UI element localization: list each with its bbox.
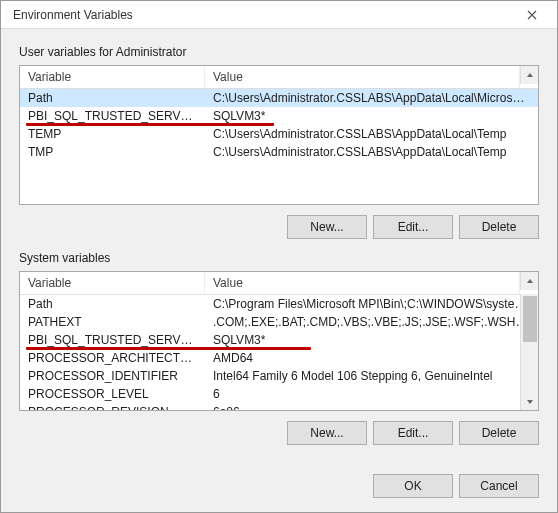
cell-variable: TMP <box>20 144 205 160</box>
system-rows: PathC:\Program Files\Microsoft MPI\Bin\;… <box>20 295 538 410</box>
cell-value: C:\Users\Administrator.CSSLABS\AppData\L… <box>205 90 538 106</box>
cell-value: Intel64 Family 6 Model 106 Stepping 6, G… <box>205 368 538 384</box>
table-row[interactable]: PROCESSOR_ARCHITECTUREAMD64 <box>20 349 538 367</box>
table-row[interactable]: PROCESSOR_REVISION6a06 <box>20 403 538 410</box>
table-row[interactable]: TEMPC:\Users\Administrator.CSSLABS\AppDa… <box>20 125 538 143</box>
cell-value: C:\Program Files\Microsoft MPI\Bin\;C:\W… <box>205 296 538 312</box>
cell-value: .COM;.EXE;.BAT;.CMD;.VBS;.VBE;.JS;.JSE;.… <box>205 314 538 330</box>
annotation-red-line <box>26 347 311 350</box>
cell-value: C:\Users\Administrator.CSSLABS\AppData\L… <box>205 144 538 160</box>
cell-variable: PBI_SQL_TRUSTED_SERVERS <box>20 108 205 124</box>
ok-button[interactable]: OK <box>373 474 453 498</box>
header-variable[interactable]: Variable <box>20 272 205 294</box>
table-row[interactable]: PathC:\Users\Administrator.CSSLABS\AppDa… <box>20 89 538 107</box>
cancel-button[interactable]: Cancel <box>459 474 539 498</box>
scroll-thumb[interactable] <box>523 296 537 342</box>
user-button-row: New... Edit... Delete <box>19 215 539 239</box>
list-header: Variable Value <box>20 272 538 295</box>
scroll-up-icon[interactable] <box>520 272 538 290</box>
cell-value: 6 <box>205 386 538 402</box>
user-new-button[interactable]: New... <box>287 215 367 239</box>
dialog-footer: OK Cancel <box>1 468 557 512</box>
user-section-label: User variables for Administrator <box>19 45 539 59</box>
cell-value: C:\Users\Administrator.CSSLABS\AppData\L… <box>205 126 538 142</box>
user-variables-list[interactable]: Variable Value PathC:\Users\Administrato… <box>19 65 539 205</box>
cell-variable: PROCESSOR_ARCHITECTURE <box>20 350 205 366</box>
window-title: Environment Variables <box>13 8 133 22</box>
annotation-red-line <box>26 123 274 126</box>
table-row[interactable]: PATHEXT.COM;.EXE;.BAT;.CMD;.VBS;.VBE;.JS… <box>20 313 538 331</box>
system-section-label: System variables <box>19 251 539 265</box>
table-row[interactable]: TMPC:\Users\Administrator.CSSLABS\AppDat… <box>20 143 538 161</box>
cell-value: SQLVM3* <box>205 108 538 124</box>
cell-variable: PROCESSOR_IDENTIFIER <box>20 368 205 384</box>
close-button[interactable] <box>515 4 549 26</box>
table-row[interactable]: PROCESSOR_LEVEL6 <box>20 385 538 403</box>
cell-variable: Path <box>20 296 205 312</box>
close-icon <box>527 10 537 20</box>
header-value[interactable]: Value <box>205 66 520 88</box>
user-edit-button[interactable]: Edit... <box>373 215 453 239</box>
cell-variable: PATHEXT <box>20 314 205 330</box>
system-button-row: New... Edit... Delete <box>19 421 539 445</box>
system-new-button[interactable]: New... <box>287 421 367 445</box>
user-delete-button[interactable]: Delete <box>459 215 539 239</box>
scroll-up-icon[interactable] <box>520 66 538 84</box>
cell-value: AMD64 <box>205 350 538 366</box>
env-vars-dialog: Environment Variables User variables for… <box>0 0 558 513</box>
header-value[interactable]: Value <box>205 272 520 294</box>
system-edit-button[interactable]: Edit... <box>373 421 453 445</box>
cell-value: SQLVM3* <box>205 332 538 348</box>
cell-variable: PROCESSOR_LEVEL <box>20 386 205 402</box>
dialog-content: User variables for Administrator Variabl… <box>1 29 557 468</box>
user-rows: PathC:\Users\Administrator.CSSLABS\AppDa… <box>20 89 538 204</box>
titlebar: Environment Variables <box>1 1 557 29</box>
cell-value: 6a06 <box>205 404 538 410</box>
table-row[interactable]: PROCESSOR_IDENTIFIERIntel64 Family 6 Mod… <box>20 367 538 385</box>
cell-variable: Path <box>20 90 205 106</box>
header-variable[interactable]: Variable <box>20 66 205 88</box>
cell-variable: TEMP <box>20 126 205 142</box>
scrollbar[interactable] <box>520 294 538 410</box>
cell-variable: PROCESSOR_REVISION <box>20 404 205 410</box>
scroll-down-icon[interactable] <box>521 394 539 410</box>
table-row[interactable]: PathC:\Program Files\Microsoft MPI\Bin\;… <box>20 295 538 313</box>
system-delete-button[interactable]: Delete <box>459 421 539 445</box>
cell-variable: PBI_SQL_TRUSTED_SERVERS <box>20 332 205 348</box>
system-variables-list[interactable]: Variable Value PathC:\Program Files\Micr… <box>19 271 539 411</box>
list-header: Variable Value <box>20 66 538 89</box>
